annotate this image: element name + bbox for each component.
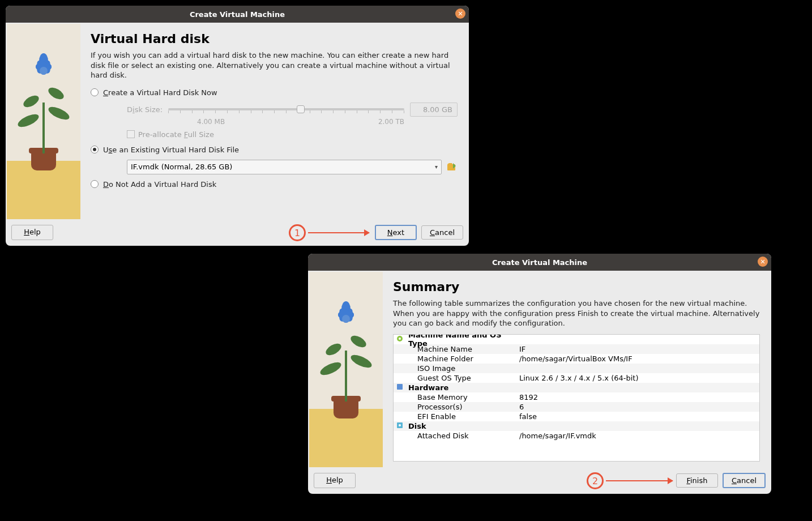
checkbox-label: Pre-allocate Full Size: [138, 130, 214, 139]
page-description: If you wish you can add a virtual hard d…: [91, 50, 458, 80]
help-button[interactable]: Help: [314, 473, 356, 488]
dialog-virtual-hard-disk: Create Virtual Machine ✕ Virtual Hard di…: [6, 6, 469, 246]
titlebar[interactable]: Create Virtual Machine ✕: [308, 254, 771, 271]
arrow-icon: [308, 232, 369, 233]
row-value: /home/sagar/VirtualBox VMs/IF: [519, 355, 759, 363]
radio-icon: [91, 88, 99, 96]
row-value: IF: [519, 345, 759, 353]
summary-table: Machine Name and OS Type Machine Name IF…: [393, 334, 760, 462]
radio-label: Use an Existing Virtual Hard Disk File: [103, 146, 239, 154]
table-row: Base Memory 8192: [394, 392, 759, 402]
disk-size-row: Disk Size: 8.00 GB: [127, 103, 458, 117]
dropdown-value: IF.vmdk (Normal, 28.65 GB): [131, 163, 232, 171]
row-key: Machine Folder: [406, 355, 519, 363]
svg-rect-3: [397, 384, 403, 390]
next-button[interactable]: Next: [375, 225, 417, 240]
cancel-button[interactable]: Cancel: [723, 473, 766, 488]
content-area: Virtual Hard disk If you wish you can ad…: [7, 24, 468, 219]
page-description: The following table summarizes the confi…: [393, 298, 760, 328]
existing-disk-dropdown[interactable]: IF.vmdk (Normal, 28.65 GB) ▾: [127, 160, 442, 174]
row-key: Base Memory: [406, 393, 519, 402]
row-value: false: [519, 412, 759, 421]
wizard-main: Virtual Hard disk If you wish you can ad…: [80, 24, 468, 219]
dialog-footer: Help Next Cancel: [6, 220, 469, 246]
row-key: ISO Image: [406, 364, 519, 373]
arrow-icon: [606, 480, 673, 481]
annotation-number: 2: [587, 472, 604, 489]
section-disk: Disk: [394, 421, 759, 431]
row-value: /home/sagar/IF.vmdk: [519, 432, 759, 440]
radio-create-disk[interactable]: Create a Virtual Hard Disk Now: [91, 88, 458, 97]
close-icon[interactable]: ✕: [455, 8, 465, 19]
disk-size-value[interactable]: 8.00 GB: [410, 103, 458, 117]
slider-range-labels: 4.00 MB 2.00 TB: [197, 118, 404, 126]
svg-point-2: [399, 338, 401, 340]
radio-icon: [91, 180, 99, 188]
row-key: Processor(s): [406, 403, 519, 411]
disk-size-label: Disk Size:: [127, 105, 163, 114]
annotation-step-1: 1: [289, 224, 369, 241]
page-title: Summary: [393, 280, 760, 294]
row-key: Machine Name: [406, 345, 519, 353]
window-title: Create Virtual Machine: [190, 10, 285, 19]
table-row: Guest OS Type Linux 2.6 / 3.x / 4.x / 5.…: [394, 373, 759, 383]
wizard-main: Summary The following table summarizes t…: [383, 272, 770, 467]
window-title: Create Virtual Machine: [492, 258, 587, 267]
gear-icon: [394, 335, 406, 344]
annotation-step-2: 2: [587, 472, 673, 489]
radio-no-disk[interactable]: Do Not Add a Virtual Hard Disk: [91, 180, 458, 189]
chip-icon: [394, 383, 406, 392]
preallocate-checkbox-row[interactable]: Pre-allocate Full Size: [127, 130, 458, 139]
slider-thumb[interactable]: [297, 105, 305, 113]
browse-disk-icon[interactable]: [446, 161, 458, 173]
annotation-number: 1: [289, 224, 306, 241]
help-button[interactable]: Help: [11, 225, 53, 240]
slider-max-label: 2.00 TB: [378, 118, 404, 126]
wizard-illustration: [7, 24, 80, 219]
svg-point-5: [399, 424, 401, 426]
row-key: EFI Enable: [406, 412, 519, 421]
titlebar[interactable]: Create Virtual Machine ✕: [6, 6, 469, 23]
row-value: 8192: [519, 393, 759, 402]
cancel-button[interactable]: Cancel: [421, 225, 463, 240]
close-icon[interactable]: ✕: [758, 257, 768, 267]
row-key: Guest OS Type: [406, 374, 519, 382]
radio-label: Do Not Add a Virtual Hard Disk: [103, 180, 216, 189]
finish-button[interactable]: Finish: [676, 473, 718, 488]
radio-icon: [91, 146, 99, 153]
content-area: Summary The following table summarizes t…: [309, 272, 770, 467]
dialog-footer: Help Finish Cancel: [308, 468, 771, 494]
radio-use-existing[interactable]: Use an Existing Virtual Hard Disk File: [91, 146, 458, 154]
slider-min-label: 4.00 MB: [197, 118, 225, 126]
table-row: Machine Folder /home/sagar/VirtualBox VM…: [394, 354, 759, 364]
radio-label: Create a Virtual Hard Disk Now: [103, 88, 217, 97]
table-row: EFI Enable false: [394, 412, 759, 421]
section-hardware: Hardware: [394, 383, 759, 392]
section-name-os: Machine Name and OS Type: [394, 335, 759, 344]
page-title: Virtual Hard disk: [91, 32, 458, 46]
chevron-down-icon: ▾: [435, 164, 438, 170]
table-row: Attached Disk /home/sagar/IF.vmdk: [394, 431, 759, 441]
row-value: Linux 2.6 / 3.x / 4.x / 5.x (64-bit): [519, 374, 759, 382]
row-value: 6: [519, 403, 759, 411]
disk-size-slider[interactable]: [168, 103, 404, 116]
wizard-illustration: [309, 272, 383, 467]
table-row: Machine Name IF: [394, 344, 759, 354]
row-key: Attached Disk: [406, 432, 519, 440]
table-row: Processor(s) 6: [394, 402, 759, 412]
table-row: ISO Image: [394, 364, 759, 373]
checkbox-icon: [127, 130, 135, 138]
disk-icon: [394, 421, 406, 431]
dialog-summary: Create Virtual Machine ✕ Summary The fol…: [308, 254, 771, 494]
